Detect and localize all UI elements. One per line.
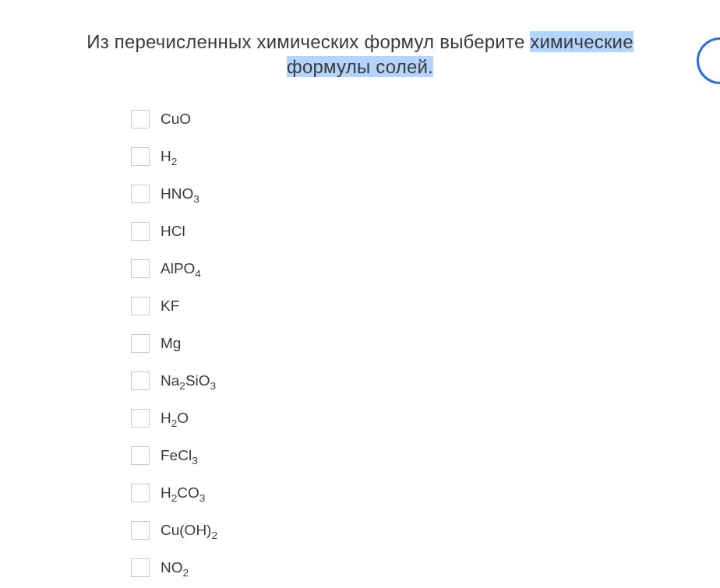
option-row: AlPO4 xyxy=(131,259,720,278)
option-formula: H2 xyxy=(161,149,177,164)
option-checkbox[interactable] xyxy=(131,371,150,390)
option-row: Cu(OH)2 xyxy=(131,521,720,540)
option-checkbox[interactable] xyxy=(131,185,150,203)
option-checkbox[interactable] xyxy=(131,110,150,129)
question-text: Из перечисленных химических формул выбер… xyxy=(0,0,720,80)
option-formula: FeCl3 xyxy=(161,448,198,463)
option-row: H2O xyxy=(131,409,720,428)
options-list: CuOH2HNO3HClAlPO4KFMgNa2SiO3H2OFeCl3H2CO… xyxy=(131,110,720,577)
question-highlight-1: химические xyxy=(530,31,633,52)
option-formula: Cu(OH)2 xyxy=(161,523,217,537)
option-checkbox[interactable] xyxy=(131,558,150,577)
option-formula: AlPO4 xyxy=(161,261,201,276)
option-checkbox[interactable] xyxy=(131,259,150,278)
option-row: HNO3 xyxy=(131,185,720,203)
option-checkbox[interactable] xyxy=(131,334,150,353)
option-row: Mg xyxy=(131,334,720,353)
option-formula: HCl xyxy=(161,224,185,238)
option-checkbox[interactable] xyxy=(131,147,150,166)
option-row: Na2SiO3 xyxy=(131,371,720,390)
option-row: HCl xyxy=(131,222,720,241)
option-formula: HNO3 xyxy=(161,186,199,201)
option-formula: H2O xyxy=(161,410,189,425)
option-checkbox[interactable] xyxy=(131,521,150,540)
option-checkbox[interactable] xyxy=(131,409,150,428)
question-prefix: Из перечисленных химических формул выбер… xyxy=(86,31,530,52)
option-formula: CuO xyxy=(161,111,191,126)
option-checkbox[interactable] xyxy=(131,446,150,465)
option-formula: NO2 xyxy=(161,560,189,575)
option-formula: H2CO3 xyxy=(161,485,205,500)
option-row: FeCl3 xyxy=(131,446,720,465)
option-checkbox[interactable] xyxy=(131,297,150,315)
option-checkbox[interactable] xyxy=(131,222,150,241)
option-row: H2 xyxy=(131,147,720,166)
option-formula: KF xyxy=(161,298,179,313)
option-row: CuO xyxy=(131,110,720,129)
option-formula: Mg xyxy=(161,336,181,350)
option-row: NO2 xyxy=(131,558,720,577)
option-checkbox[interactable] xyxy=(131,484,150,502)
option-row: H2CO3 xyxy=(131,484,720,502)
question-highlight-2: формулы солей. xyxy=(287,56,433,77)
option-formula: Na2SiO3 xyxy=(161,373,216,388)
option-row: KF xyxy=(131,297,720,315)
